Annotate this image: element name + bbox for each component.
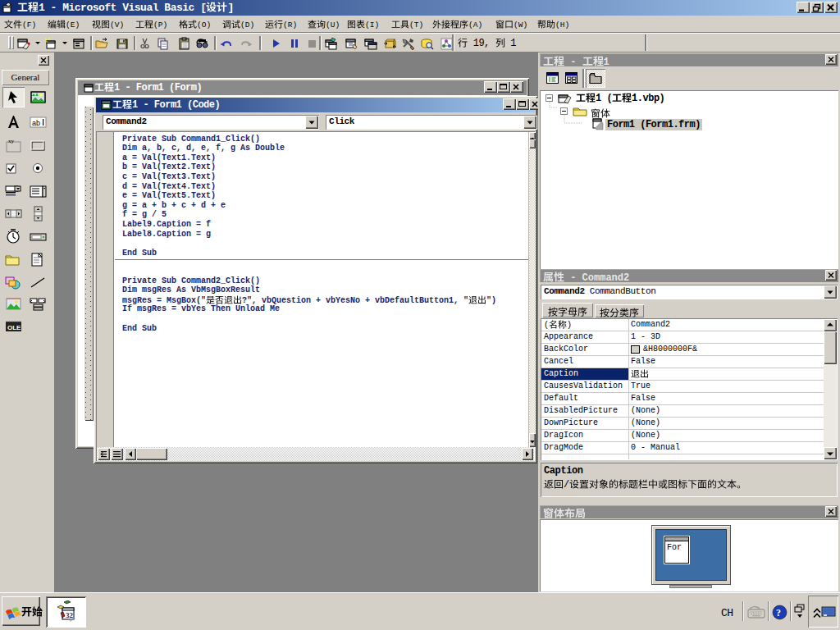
svg-text:ab: ab (32, 119, 40, 127)
svg-text:?: ? (776, 607, 781, 619)
svg-text:xy: xy (8, 138, 15, 144)
svg-text:OLE: OLE (7, 324, 21, 331)
